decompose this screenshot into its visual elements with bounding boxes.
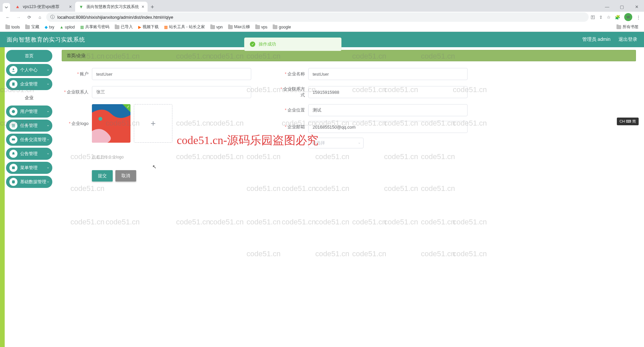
accent-strip: [0, 47, 5, 347]
main-content: 首页 / 企业 *账户 *企业名称 *企业联系人: [54, 47, 644, 347]
bookmark-star-icon[interactable]: ☆: [607, 15, 611, 20]
logo-label: 企业logo: [71, 121, 89, 126]
chevron-down-icon: ›: [46, 139, 50, 140]
account-label: 账户: [80, 71, 89, 76]
list-icon: [9, 122, 17, 130]
menu-icon[interactable]: ⋮: [636, 15, 641, 20]
cursor-icon: ↖: [152, 164, 157, 170]
svg-rect-3: [12, 139, 15, 141]
svg-point-7: [99, 117, 103, 121]
bookmark-item[interactable]: ▲uplod: [58, 23, 77, 31]
breadcrumb-home[interactable]: 首页: [67, 53, 75, 59]
chevron-down-icon: ›: [46, 167, 50, 168]
bookmark-item[interactable]: ▦站长工具 - 站长之家: [162, 23, 207, 31]
close-window-button[interactable]: ✕: [629, 2, 644, 12]
sidebar-home[interactable]: 首页: [6, 50, 52, 62]
favicon-icon: 🔺: [15, 4, 20, 9]
breadcrumb: 首页 / 企业: [62, 50, 636, 61]
chevron-down-icon: ›: [46, 153, 50, 154]
browser-tab-0[interactable]: 🔺 vps123-便宜vps推荐 ×: [11, 2, 75, 12]
bookmark-item[interactable]: 已导入: [113, 23, 135, 31]
submit-button[interactable]: 提交: [92, 170, 113, 182]
cancel-button[interactable]: 取消: [115, 170, 136, 182]
url-input[interactable]: [57, 15, 585, 20]
extensions-icon[interactable]: 🧩: [615, 15, 620, 20]
breadcrumb-current: 企业: [77, 53, 86, 59]
profile-avatar[interactable]: W: [624, 13, 632, 21]
folder-icon: [228, 25, 233, 29]
folder-icon: [25, 25, 30, 29]
sidebar-item-personal[interactable]: 个人中心 ›: [6, 64, 52, 76]
address-bar[interactable]: ⓘ: [46, 12, 589, 22]
browser-tab-1[interactable]: ▼ 面向智慧教育的实习实践系统 ×: [75, 2, 148, 12]
close-icon[interactable]: ×: [69, 4, 72, 9]
sidebar-item-notice[interactable]: 公告管理 ›: [6, 148, 52, 160]
building-icon: [9, 80, 17, 88]
sidebar-item-tasks[interactable]: 任务管理 ›: [6, 120, 52, 132]
all-bookmarks-button[interactable]: 所有书签: [614, 23, 641, 31]
share-icon[interactable]: ⇪: [599, 15, 603, 20]
sidebar-item-basedata[interactable]: 基础数据管理 ›: [6, 176, 52, 188]
app-title: 面向智慧教育的实习实践系统: [7, 36, 85, 44]
back-button[interactable]: ←: [3, 13, 12, 21]
svg-point-2: [12, 110, 15, 113]
logout-link[interactable]: 退出登录: [619, 37, 637, 43]
svg-point-0: [13, 68, 14, 70]
sidebar-item-task-exchange[interactable]: 任务交流管理 ›: [6, 134, 52, 146]
bookmark-item[interactable]: vpn: [208, 23, 225, 31]
comment-icon: [9, 136, 17, 144]
bookmark-item[interactable]: ▦共享账号密码: [78, 23, 111, 31]
bookmark-item[interactable]: ▶视频下载: [136, 23, 161, 31]
success-toast: ✓ 操作成功: [244, 38, 341, 51]
bell-icon: [9, 150, 17, 158]
folder-icon: [115, 25, 119, 29]
tab-title: 面向智慧教育的实习实践系统: [87, 4, 139, 10]
bookmark-item[interactable]: Max云梯: [226, 23, 252, 31]
tab-title: vps123-便宜vps推荐: [23, 4, 66, 10]
upload-hint: 点击上传企业logo: [92, 154, 636, 160]
bookmark-item[interactable]: ◆txy: [43, 23, 56, 31]
minimize-button[interactable]: —: [600, 2, 614, 12]
location-input[interactable]: [308, 104, 468, 116]
favicon-icon: ▼: [78, 4, 84, 9]
sidebar-sub-enterprise[interactable]: 企业: [6, 92, 52, 103]
phone-input[interactable]: [308, 86, 468, 98]
folder-icon: [255, 25, 260, 29]
name-input[interactable]: [308, 68, 468, 80]
enterprise-form: *账户 *企业名称 *企业联系人 *企业联系方式: [62, 61, 636, 182]
account-input[interactable]: [92, 68, 251, 80]
chevron-down-icon: ›: [46, 111, 50, 112]
upload-button[interactable]: +: [134, 104, 172, 143]
chevron-down-icon: ›: [46, 69, 50, 71]
reload-button[interactable]: ⟳: [25, 13, 34, 21]
home-button[interactable]: ⌂: [36, 13, 44, 21]
bookmarks-bar: tools 宝藏 ◆txy ▲uplod ▦共享账号密码 已导入 ▶视频下载 ▦…: [0, 22, 644, 32]
browser-tabstrip: 🔺 vps123-便宜vps推荐 × ▼ 面向智慧教育的实习实践系统 × + —…: [0, 0, 644, 12]
password-icon[interactable]: ⚿: [591, 15, 595, 20]
name-label: 企业名称: [287, 71, 305, 76]
sidebar-item-enterprise[interactable]: 企业管理 ›: [6, 78, 52, 90]
maximize-button[interactable]: ▢: [614, 2, 629, 12]
bookmark-item[interactable]: google: [271, 23, 293, 31]
folder-icon: [273, 25, 277, 29]
location-label: 企业位置: [287, 108, 305, 113]
email-input[interactable]: [308, 121, 468, 133]
bookmark-item[interactable]: tools: [3, 23, 22, 31]
bookmark-item[interactable]: 宝藏: [23, 23, 41, 31]
sidebar-item-menu[interactable]: 菜单管理 ›: [6, 162, 52, 174]
tab-search-button[interactable]: [3, 3, 10, 12]
site-info-icon[interactable]: ⓘ: [50, 14, 55, 20]
svg-rect-4: [12, 166, 15, 169]
toast-text: 操作成功: [259, 41, 276, 47]
contact-label: 企业联系人: [67, 89, 89, 94]
new-tab-button[interactable]: +: [148, 2, 157, 12]
check-icon: [122, 104, 130, 112]
database-icon: [9, 178, 17, 186]
close-icon[interactable]: ×: [142, 4, 144, 9]
bookmark-item[interactable]: vps: [253, 23, 270, 31]
contact-input[interactable]: [92, 86, 251, 98]
sidebar-item-users[interactable]: 用户管理 ›: [6, 106, 52, 118]
forward-button[interactable]: →: [14, 13, 23, 21]
logo-thumbnail[interactable]: [92, 104, 130, 143]
admin-label[interactable]: 管理员 admin: [582, 37, 610, 43]
